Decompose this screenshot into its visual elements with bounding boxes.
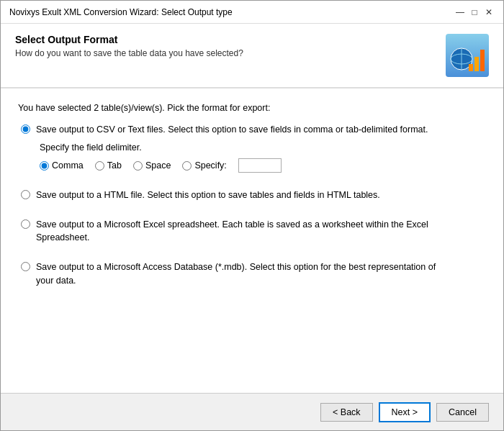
delimiter-space-label: Space [145,160,171,171]
radio-csv[interactable] [21,124,30,134]
option-html-row: Save output to a HTML file. Select this … [21,189,486,202]
delimiter-tab[interactable]: Tab [95,160,122,171]
option-html: Save output to a HTML file. Select this … [21,189,486,202]
main-window: Novixys Exult XML Conversion Wizard: Sel… [0,0,504,431]
delimiter-comma-label: Comma [52,160,84,171]
radio-specify[interactable] [182,161,192,171]
window-title: Novixys Exult XML Conversion Wizard: Sel… [9,7,233,17]
svg-rect-6 [480,50,485,71]
back-button[interactable]: < Back [320,403,373,422]
header-title: Select Output Format [15,34,243,45]
delimiter-label: Specify the field delimiter. [40,142,486,153]
content-area: You have selected 2 table(s)/view(s). Pi… [1,89,503,393]
window-controls: — □ ✕ [454,6,495,18]
option-excel: Save output to a Microsoft Excel spreads… [21,218,486,245]
option-csv-row: Save output to CSV or Text files. Select… [21,123,486,137]
specify-input[interactable] [238,158,282,173]
options-group: Save output to CSV or Text files. Select… [21,123,486,288]
header-text: Select Output Format How do you want to … [15,34,243,58]
next-button[interactable]: Next > [379,402,431,422]
title-bar: Novixys Exult XML Conversion Wizard: Sel… [1,1,503,24]
option-excel-label: Save output to a Microsoft Excel spreads… [36,218,439,245]
footer: < Back Next > Cancel [1,393,503,430]
option-csv: Save output to CSV or Text files. Select… [21,123,486,173]
radio-comma[interactable] [40,161,49,171]
maximize-button[interactable]: □ [469,6,480,18]
option-csv-label: Save output to CSV or Text files. Select… [36,123,428,137]
delimiter-comma[interactable]: Comma [40,160,84,171]
svg-rect-5 [474,57,479,71]
close-button[interactable]: ✕ [483,6,495,18]
delimiter-section: Specify the field delimiter. Comma Tab [40,142,486,173]
delimiter-specify-label: Specify: [194,160,226,171]
cancel-button[interactable]: Cancel [436,403,489,422]
radio-access[interactable] [21,262,30,271]
radio-space[interactable] [133,161,143,171]
option-excel-row: Save output to a Microsoft Excel spreads… [21,218,486,245]
radio-html[interactable] [21,190,30,199]
option-access-label: Save output to a Microsoft Access Databa… [36,260,439,288]
delimiter-specify[interactable]: Specify: [182,160,226,171]
option-access: Save output to a Microsoft Access Databa… [21,260,486,288]
header-icon [446,34,489,77]
option-access-row: Save output to a Microsoft Access Databa… [21,260,486,288]
delimiter-space[interactable]: Space [133,160,171,171]
intro-text: You have selected 2 table(s)/view(s). Pi… [18,103,486,113]
svg-rect-4 [469,64,473,71]
header-subtitle: How do you want to save the table data y… [15,48,243,58]
radio-tab[interactable] [95,161,104,171]
option-html-label: Save output to a HTML file. Select this … [36,189,380,202]
delimiter-tab-label: Tab [107,160,122,171]
minimize-button[interactable]: — [454,6,466,18]
delimiter-options: Comma Tab Space Specify: [40,158,486,173]
header-section: Select Output Format How do you want to … [1,24,503,89]
radio-excel[interactable] [21,219,30,229]
